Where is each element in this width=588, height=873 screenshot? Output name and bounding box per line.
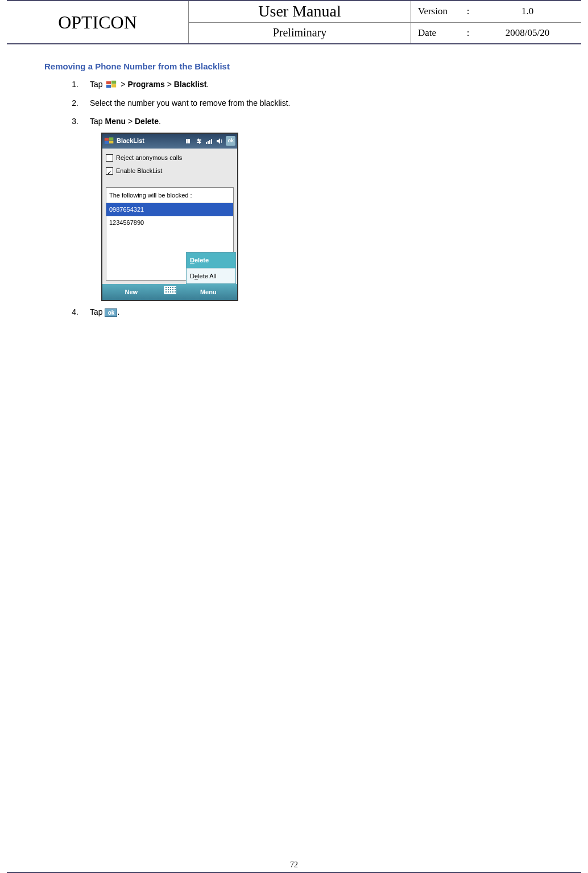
colon: :	[462, 6, 474, 17]
page-content: Removing a Phone Number from the Blackli…	[0, 44, 588, 320]
signal-icon[interactable]	[205, 137, 213, 145]
svg-rect-5	[109, 137, 113, 140]
phone-bottombar: New Menu	[102, 284, 237, 300]
step-text: Tap ok.	[90, 304, 544, 320]
version-value: 1.0	[474, 6, 581, 17]
step-3: 3. Tap Menu > Delete.	[69, 114, 544, 129]
text: .	[206, 80, 209, 89]
doc-subtitle: Preliminary	[189, 23, 411, 44]
date-row: Date : 2008/05/20	[411, 23, 581, 44]
svg-rect-0	[106, 81, 111, 84]
colon: :	[462, 27, 474, 39]
step-number: 3.	[69, 114, 90, 129]
header-meta: Version : 1.0 Date : 2008/05/20	[411, 1, 581, 43]
step-4: 4. Tap ok.	[69, 304, 544, 320]
step-text: Tap > Programs > Blacklist.	[90, 77, 544, 92]
header-middle: User Manual Preliminary	[189, 1, 411, 43]
date-value: 2008/05/20	[474, 27, 581, 39]
window-title: BlackList	[117, 135, 144, 147]
svg-rect-11	[208, 141, 209, 144]
softkey-new[interactable]: New	[102, 286, 160, 298]
keyboard-button[interactable]	[160, 286, 180, 298]
phone-screenshot: BlackList ok Reject anonymous calls	[101, 133, 238, 302]
blocked-number-item[interactable]: 0987654321	[106, 203, 233, 216]
svg-rect-2	[106, 85, 111, 88]
blocked-header: The following will be blocked :	[106, 188, 233, 204]
programs-label: Programs	[127, 80, 164, 89]
step-text: Select the number you want to remove fro…	[90, 96, 544, 111]
delete-label: Delete	[135, 117, 159, 126]
text: .	[117, 307, 119, 316]
svg-rect-9	[188, 139, 190, 143]
popup-delete-all[interactable]: Delete All	[187, 269, 235, 284]
reject-anonymous-label: Reject anonymous calls	[116, 152, 182, 164]
svg-rect-7	[109, 141, 113, 143]
reject-anonymous-row: Reject anonymous calls	[106, 152, 234, 164]
blacklist-label: Blacklist	[174, 80, 207, 89]
text: lete All	[198, 273, 216, 279]
brand-name: OPTICON	[7, 1, 189, 43]
phone-titlebar: BlackList ok	[102, 134, 237, 149]
blocked-number-item[interactable]: 1234567890	[106, 216, 233, 229]
doc-title: User Manual	[189, 1, 411, 23]
version-label: Version	[411, 6, 462, 17]
titlebar-icons: ok	[185, 136, 235, 146]
speaker-icon[interactable]	[216, 137, 223, 145]
page-number: 72	[0, 860, 588, 870]
text: .	[159, 117, 161, 126]
start-flag-icon[interactable]	[104, 136, 114, 146]
document-header: OPTICON User Manual Preliminary Version …	[7, 0, 581, 44]
connection-icon[interactable]	[185, 137, 193, 145]
step-text: Tap Menu > Delete.	[90, 114, 544, 129]
ok-button-icon: ok	[105, 308, 117, 317]
keyboard-icon	[164, 286, 176, 294]
svg-rect-10	[206, 142, 207, 144]
svg-rect-12	[209, 140, 210, 144]
titlebar-ok-button[interactable]: ok	[226, 136, 235, 146]
windows-flag-icon	[106, 80, 117, 90]
svg-rect-4	[105, 138, 109, 141]
text: D	[190, 273, 194, 279]
step-1: 1. Tap > Programs > Blacklist.	[69, 77, 544, 92]
sync-icon[interactable]	[195, 137, 203, 145]
text: Tap	[90, 307, 105, 316]
svg-rect-1	[111, 81, 116, 84]
svg-rect-13	[211, 139, 212, 144]
step-number: 2.	[69, 96, 90, 111]
text: >	[118, 80, 127, 89]
svg-rect-8	[186, 139, 188, 143]
softkey-menu[interactable]: Menu	[180, 286, 238, 298]
enable-blacklist-label: Enable BlackList	[116, 165, 162, 177]
step-number: 4.	[69, 304, 90, 320]
underline-d: D	[190, 257, 194, 263]
step-number: 1.	[69, 77, 90, 92]
text: Tap	[90, 117, 105, 126]
menu-label: Menu	[105, 117, 126, 126]
reject-anonymous-checkbox[interactable]	[106, 154, 113, 162]
text: >	[126, 117, 135, 126]
version-row: Version : 1.0	[411, 1, 581, 23]
text: >	[165, 80, 174, 89]
popup-delete-text: elete	[194, 257, 209, 263]
svg-rect-3	[111, 84, 116, 87]
text: Tap	[90, 80, 105, 89]
step-list: 1. Tap > Programs > Blacklist. 2. Select…	[69, 77, 544, 320]
section-heading: Removing a Phone Number from the Blackli…	[44, 61, 544, 71]
menu-popup: Delete Delete All	[186, 252, 236, 285]
enable-blacklist-row: Enable BlackList	[106, 165, 234, 177]
enable-blacklist-checkbox[interactable]	[106, 167, 113, 175]
svg-rect-6	[105, 141, 109, 144]
date-label: Date	[411, 27, 462, 39]
popup-delete[interactable]: Delete	[187, 253, 235, 269]
step-2: 2. Select the number you want to remove …	[69, 96, 544, 111]
